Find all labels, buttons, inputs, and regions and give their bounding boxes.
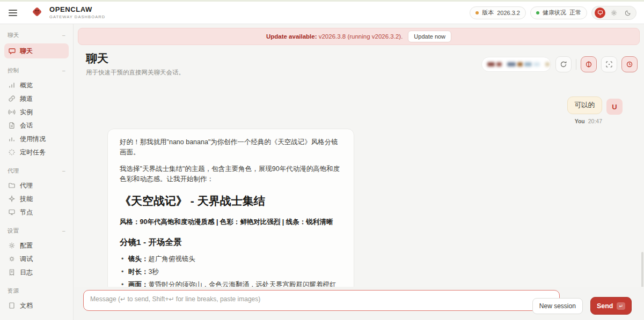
interrupt-button[interactable] <box>581 56 597 72</box>
session-id-pill[interactable] <box>481 57 551 72</box>
update-banner: Update available: v2026.3.8 (running v20… <box>78 28 640 45</box>
app-name: OPENCLAW <box>49 6 105 13</box>
composer-bar: New session Send ↵ <box>74 287 644 320</box>
system-theme-icon[interactable] <box>595 8 605 18</box>
sidebar-item-label: 使用情况 <box>20 135 46 144</box>
scan-icon <box>605 61 613 68</box>
sidebar-item-instances[interactable]: 实例 <box>4 106 69 118</box>
power-icon <box>585 61 592 68</box>
theme-switcher <box>591 6 636 20</box>
user-message-author: You <box>575 118 585 124</box>
sidebar-item-label: 代理 <box>20 181 33 190</box>
focus-button[interactable] <box>601 56 617 72</box>
sidebar-item-label: 节点 <box>20 208 33 217</box>
version-value: 2026.3.2 <box>497 10 520 16</box>
sidebar-item-sessions[interactable]: 会话 <box>4 119 69 132</box>
collapse-icon[interactable]: − <box>62 228 65 234</box>
health-dot-icon <box>536 11 539 14</box>
gear-rays-icon <box>8 255 16 263</box>
sidebar-item-channels[interactable]: 频道 <box>4 92 69 105</box>
dark-theme-icon[interactable] <box>623 8 633 18</box>
section-title: 资源 <box>8 287 19 295</box>
loader-icon <box>8 148 16 156</box>
message-input[interactable] <box>83 290 560 311</box>
collapse-icon[interactable]: − <box>62 32 65 39</box>
update-banner-bold: Update available: <box>266 33 317 40</box>
send-label: Send <box>597 302 613 310</box>
gear-icon <box>8 242 16 249</box>
light-theme-icon[interactable] <box>609 8 619 18</box>
main-content: Update available: v2026.3.8 (running v20… <box>74 24 644 320</box>
redacted-text <box>533 62 540 66</box>
assistant-message: 好的！那我就用"nano banana"为你创作一个经典的《天空战记》风格分镜画… <box>107 129 354 295</box>
collapse-icon[interactable]: − <box>62 68 65 74</box>
send-button[interactable]: Send ↵ <box>590 297 632 315</box>
sidebar: 聊天 − 聊天 控制 − 概览 频道 实例 会话 使用情况 <box>0 24 74 320</box>
refresh-icon <box>560 61 567 68</box>
new-session-button[interactable]: New session <box>532 298 583 314</box>
sidebar-item-config[interactable]: 配置 <box>4 239 69 252</box>
redacted-text <box>487 62 495 66</box>
sidebar-section-settings[interactable]: 设置 − <box>4 226 69 236</box>
sidebar-item-label: 聊天 <box>20 47 33 56</box>
page-title: 聊天 <box>86 51 185 66</box>
sidebar-item-nodes[interactable]: 节点 <box>4 206 69 219</box>
sidebar-item-agents[interactable]: 代理 <box>4 179 69 192</box>
section-title: 聊天 <box>8 32 19 39</box>
app-window: OPENCLAW GATEWAY DASHBOARD 版本 2026.3.2 健… <box>0 0 644 320</box>
sidebar-item-label: 会话 <box>20 121 33 130</box>
sidebar-item-label: 概览 <box>20 81 33 90</box>
sidebar-section-chat[interactable]: 聊天 − <box>4 31 69 40</box>
sidebar-section-agents[interactable]: 代理 − <box>4 166 69 176</box>
page-subtitle: 用于快速干预的直接网关聊天会话。 <box>86 69 185 77</box>
redacted-text <box>507 62 516 66</box>
redacted-text <box>524 62 532 66</box>
receipt-icon <box>8 269 16 276</box>
sidebar-item-skills[interactable]: 技能 <box>4 192 69 205</box>
chat-bubble-icon <box>8 47 16 55</box>
sidebar-item-label: 日志 <box>20 268 33 277</box>
sidebar-item-label: 技能 <box>20 195 33 204</box>
sidebar-item-cron[interactable]: 定时任务 <box>4 146 69 159</box>
sidebar-item-label: 调试 <box>20 255 33 264</box>
sidebar-item-label: 实例 <box>20 108 33 117</box>
file-text-icon <box>8 122 16 129</box>
health-label: 健康状况 <box>543 9 566 17</box>
bar-chart-icon <box>8 81 16 89</box>
document-icon <box>8 302 16 309</box>
sidebar-item-label: 频道 <box>20 94 33 103</box>
app-tagline: GATEWAY DASHBOARD <box>49 15 105 19</box>
clock-icon <box>626 61 633 68</box>
sidebar-item-docs[interactable]: 文档 <box>4 299 69 312</box>
brand: OPENCLAW GATEWAY DASHBOARD <box>30 5 105 21</box>
sidebar-item-overview[interactable]: 概览 <box>4 79 69 92</box>
user-message-time: 20:47 <box>588 118 602 124</box>
sidebar-item-label: 定时任务 <box>20 148 46 157</box>
update-now-button[interactable]: Update now <box>408 31 451 42</box>
folder-icon <box>8 182 16 189</box>
monitor-icon <box>8 209 16 216</box>
version-badge: 版本 2026.3.2 <box>470 6 526 19</box>
broadcast-icon <box>8 108 16 116</box>
sidebar-section-resources[interactable]: 资源 <box>4 286 69 296</box>
bar-chart-icon <box>8 135 16 143</box>
refresh-button[interactable] <box>555 56 572 72</box>
spark-icon <box>8 195 16 203</box>
user-message: 可以的 You 20:47 U <box>567 96 623 124</box>
sidebar-section-control[interactable]: 控制 − <box>4 66 69 76</box>
sidebar-item-debug[interactable]: 调试 <box>4 252 69 265</box>
sidebar-item-usage[interactable]: 使用情况 <box>4 132 69 145</box>
collapse-icon[interactable]: − <box>62 168 65 174</box>
top-header: OPENCLAW GATEWAY DASHBOARD 版本 2026.3.2 健… <box>0 2 644 24</box>
crab-logo-icon <box>30 5 44 21</box>
divider <box>576 59 576 70</box>
user-message-bubble: 可以的 <box>567 96 603 114</box>
history-button[interactable] <box>621 56 638 72</box>
assistant-paragraph: 我选择"天界战士集结"的主题，包含主要角色，展现90年代动漫的高饱和度色彩和动态… <box>120 164 342 185</box>
menu-toggle-button[interactable] <box>9 6 23 20</box>
sidebar-item-chat[interactable]: 聊天 <box>4 43 69 58</box>
section-title: 设置 <box>8 227 19 235</box>
sidebar-item-logs[interactable]: 日志 <box>4 266 69 279</box>
user-avatar: U <box>606 99 623 115</box>
section-title: 控制 <box>8 67 19 75</box>
